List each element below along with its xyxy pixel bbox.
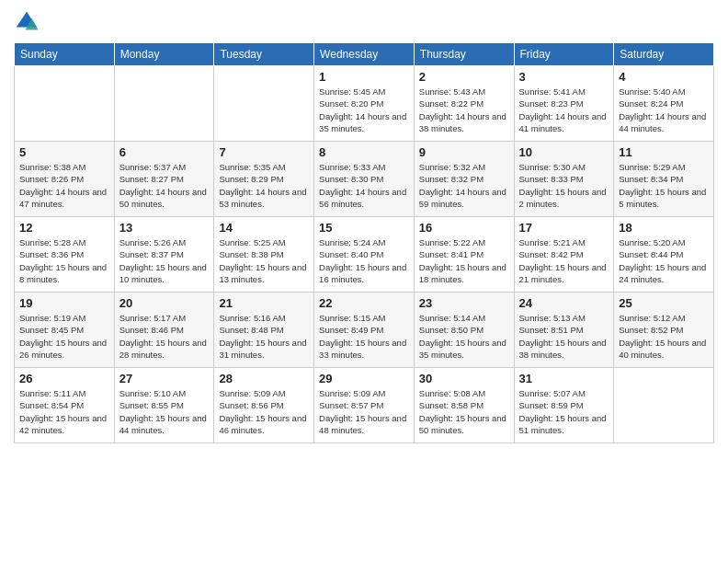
calendar-cell: 2Sunrise: 5:43 AM Sunset: 8:22 PM Daylig… xyxy=(414,66,514,142)
day-info: Sunrise: 5:11 AM Sunset: 8:54 PM Dayligh… xyxy=(19,387,109,436)
day-info: Sunrise: 5:17 AM Sunset: 8:46 PM Dayligh… xyxy=(119,312,210,361)
day-number: 7 xyxy=(219,145,309,159)
calendar-cell xyxy=(614,368,714,443)
calendar-table: Sunday Monday Tuesday Wednesday Thursday… xyxy=(14,42,714,443)
day-number: 23 xyxy=(419,296,509,310)
calendar-cell: 27Sunrise: 5:10 AM Sunset: 8:55 PM Dayli… xyxy=(114,368,214,443)
day-number: 9 xyxy=(419,145,509,159)
page-container: Sunday Monday Tuesday Wednesday Thursday… xyxy=(0,0,728,453)
day-info: Sunrise: 5:40 AM Sunset: 8:24 PM Dayligh… xyxy=(619,86,709,134)
day-info: Sunrise: 5:33 AM Sunset: 8:30 PM Dayligh… xyxy=(319,161,409,210)
header-friday: Friday xyxy=(514,43,614,66)
day-info: Sunrise: 5:20 AM Sunset: 8:44 PM Dayligh… xyxy=(619,236,709,285)
day-number: 2 xyxy=(419,70,509,84)
header-thursday: Thursday xyxy=(414,43,514,66)
logo-icon xyxy=(14,9,40,35)
calendar-cell: 24Sunrise: 5:13 AM Sunset: 8:51 PM Dayli… xyxy=(514,293,614,368)
day-info: Sunrise: 5:09 AM Sunset: 8:57 PM Dayligh… xyxy=(319,387,409,436)
day-number: 3 xyxy=(519,70,609,84)
calendar-cell: 25Sunrise: 5:12 AM Sunset: 8:52 PM Dayli… xyxy=(614,293,714,368)
day-number: 13 xyxy=(119,221,210,235)
header-monday: Monday xyxy=(114,43,214,66)
page-header xyxy=(14,9,714,35)
day-number: 29 xyxy=(319,372,409,385)
day-info: Sunrise: 5:16 AM Sunset: 8:48 PM Dayligh… xyxy=(219,312,309,361)
day-info: Sunrise: 5:19 AM Sunset: 8:45 PM Dayligh… xyxy=(19,312,109,361)
calendar-cell: 28Sunrise: 5:09 AM Sunset: 8:56 PM Dayli… xyxy=(214,368,314,443)
day-number: 18 xyxy=(619,221,709,235)
calendar-cell: 3Sunrise: 5:41 AM Sunset: 8:23 PM Daylig… xyxy=(514,66,614,142)
calendar-cell: 11Sunrise: 5:29 AM Sunset: 8:34 PM Dayli… xyxy=(614,142,714,217)
day-number: 31 xyxy=(519,372,609,385)
day-number: 30 xyxy=(419,372,509,385)
calendar-cell: 4Sunrise: 5:40 AM Sunset: 8:24 PM Daylig… xyxy=(614,66,714,142)
day-number: 4 xyxy=(619,70,709,84)
day-number: 27 xyxy=(119,372,210,385)
day-number: 11 xyxy=(619,145,709,159)
day-info: Sunrise: 5:26 AM Sunset: 8:37 PM Dayligh… xyxy=(119,236,210,285)
calendar-cell: 7Sunrise: 5:35 AM Sunset: 8:29 PM Daylig… xyxy=(214,142,314,217)
calendar-cell: 5Sunrise: 5:38 AM Sunset: 8:26 PM Daylig… xyxy=(15,142,115,217)
day-info: Sunrise: 5:37 AM Sunset: 8:27 PM Dayligh… xyxy=(119,161,210,210)
day-info: Sunrise: 5:45 AM Sunset: 8:20 PM Dayligh… xyxy=(319,86,409,134)
day-info: Sunrise: 5:43 AM Sunset: 8:22 PM Dayligh… xyxy=(419,86,509,134)
day-info: Sunrise: 5:41 AM Sunset: 8:23 PM Dayligh… xyxy=(519,86,609,134)
day-number: 21 xyxy=(219,296,309,310)
header-wednesday: Wednesday xyxy=(314,43,415,66)
logo xyxy=(14,9,43,35)
day-info: Sunrise: 5:24 AM Sunset: 8:40 PM Dayligh… xyxy=(319,236,409,285)
day-info: Sunrise: 5:09 AM Sunset: 8:56 PM Dayligh… xyxy=(219,387,309,436)
day-info: Sunrise: 5:22 AM Sunset: 8:41 PM Dayligh… xyxy=(419,236,509,285)
day-info: Sunrise: 5:08 AM Sunset: 8:58 PM Dayligh… xyxy=(419,387,509,436)
day-info: Sunrise: 5:21 AM Sunset: 8:42 PM Dayligh… xyxy=(519,236,609,285)
day-number: 28 xyxy=(219,372,309,385)
day-info: Sunrise: 5:35 AM Sunset: 8:29 PM Dayligh… xyxy=(219,161,309,210)
day-info: Sunrise: 5:32 AM Sunset: 8:32 PM Dayligh… xyxy=(419,161,509,210)
day-info: Sunrise: 5:38 AM Sunset: 8:26 PM Dayligh… xyxy=(19,161,109,210)
calendar-cell: 18Sunrise: 5:20 AM Sunset: 8:44 PM Dayli… xyxy=(614,217,714,293)
weekday-header-row: Sunday Monday Tuesday Wednesday Thursday… xyxy=(15,43,714,66)
calendar-cell: 10Sunrise: 5:30 AM Sunset: 8:33 PM Dayli… xyxy=(514,142,614,217)
calendar-cell: 31Sunrise: 5:07 AM Sunset: 8:59 PM Dayli… xyxy=(514,368,614,443)
day-number: 26 xyxy=(19,372,109,385)
day-number: 14 xyxy=(219,221,309,235)
calendar-cell: 26Sunrise: 5:11 AM Sunset: 8:54 PM Dayli… xyxy=(15,368,115,443)
calendar-cell xyxy=(114,66,214,142)
calendar-cell: 23Sunrise: 5:14 AM Sunset: 8:50 PM Dayli… xyxy=(414,293,514,368)
calendar-cell: 22Sunrise: 5:15 AM Sunset: 8:49 PM Dayli… xyxy=(314,293,415,368)
day-info: Sunrise: 5:10 AM Sunset: 8:55 PM Dayligh… xyxy=(119,387,210,436)
calendar-body: 1Sunrise: 5:45 AM Sunset: 8:20 PM Daylig… xyxy=(15,66,714,443)
calendar-cell: 6Sunrise: 5:37 AM Sunset: 8:27 PM Daylig… xyxy=(114,142,214,217)
calendar-cell: 9Sunrise: 5:32 AM Sunset: 8:32 PM Daylig… xyxy=(414,142,514,217)
calendar-cell xyxy=(214,66,314,142)
header-tuesday: Tuesday xyxy=(214,43,314,66)
calendar-cell: 8Sunrise: 5:33 AM Sunset: 8:30 PM Daylig… xyxy=(314,142,415,217)
day-number: 25 xyxy=(619,296,709,310)
day-number: 24 xyxy=(519,296,609,310)
day-info: Sunrise: 5:14 AM Sunset: 8:50 PM Dayligh… xyxy=(419,312,509,361)
day-number: 19 xyxy=(19,296,109,310)
day-info: Sunrise: 5:28 AM Sunset: 8:36 PM Dayligh… xyxy=(19,236,109,285)
calendar-cell: 29Sunrise: 5:09 AM Sunset: 8:57 PM Dayli… xyxy=(314,368,415,443)
day-number: 10 xyxy=(519,145,609,159)
day-number: 15 xyxy=(319,221,409,235)
day-info: Sunrise: 5:15 AM Sunset: 8:49 PM Dayligh… xyxy=(319,312,409,361)
day-number: 8 xyxy=(319,145,409,159)
calendar-cell: 17Sunrise: 5:21 AM Sunset: 8:42 PM Dayli… xyxy=(514,217,614,293)
day-number: 17 xyxy=(519,221,609,235)
calendar-cell: 15Sunrise: 5:24 AM Sunset: 8:40 PM Dayli… xyxy=(314,217,415,293)
calendar-cell: 20Sunrise: 5:17 AM Sunset: 8:46 PM Dayli… xyxy=(114,293,214,368)
day-number: 12 xyxy=(19,221,109,235)
day-info: Sunrise: 5:13 AM Sunset: 8:51 PM Dayligh… xyxy=(519,312,609,361)
day-info: Sunrise: 5:25 AM Sunset: 8:38 PM Dayligh… xyxy=(219,236,309,285)
calendar-cell: 30Sunrise: 5:08 AM Sunset: 8:58 PM Dayli… xyxy=(414,368,514,443)
day-number: 16 xyxy=(419,221,509,235)
calendar-cell: 21Sunrise: 5:16 AM Sunset: 8:48 PM Dayli… xyxy=(214,293,314,368)
calendar-cell xyxy=(15,66,115,142)
day-info: Sunrise: 5:30 AM Sunset: 8:33 PM Dayligh… xyxy=(519,161,609,210)
day-number: 6 xyxy=(119,145,210,159)
calendar-cell: 1Sunrise: 5:45 AM Sunset: 8:20 PM Daylig… xyxy=(314,66,415,142)
calendar-cell: 14Sunrise: 5:25 AM Sunset: 8:38 PM Dayli… xyxy=(214,217,314,293)
day-info: Sunrise: 5:29 AM Sunset: 8:34 PM Dayligh… xyxy=(619,161,709,210)
day-number: 22 xyxy=(319,296,409,310)
